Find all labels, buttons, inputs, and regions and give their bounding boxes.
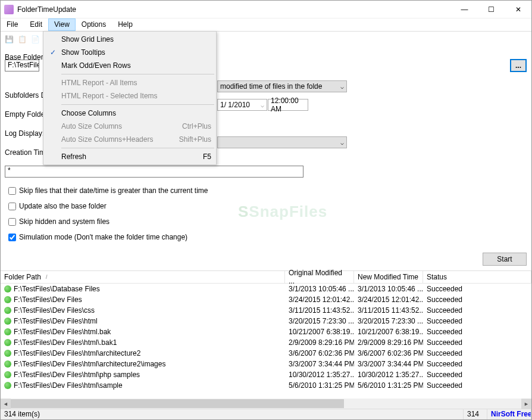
scroll-thumb[interactable]: [11, 399, 344, 408]
menu-separator: [61, 74, 214, 74]
watermark: SSnapFiles: [238, 203, 327, 221]
status-ok-icon: [4, 350, 11, 357]
cell-new: 3/6/2007 6:02:36 PM: [354, 349, 423, 357]
list-row[interactable]: F:\TestFiles\Dev Files\html3/20/2015 7:2…: [1, 316, 531, 326]
cell-original: 5/6/2010 1:31:25 PM: [285, 381, 354, 390]
cell-path: F:\TestFiles\Dev Files\html\sample: [1, 381, 285, 390]
menu-view[interactable]: View: [48, 18, 76, 31]
status-ok-icon: [4, 328, 11, 335]
list-row[interactable]: F:\TestFiles\Dev Files\html\architecture…: [1, 348, 531, 359]
app-icon: [4, 5, 14, 14]
header-folder-path[interactable]: Folder Path/: [1, 271, 285, 283]
skip-future-checkbox[interactable]: [8, 187, 16, 195]
cell-status: Succeeded: [423, 338, 531, 347]
menubar: File Edit View Options Help: [1, 18, 531, 32]
status-ok-icon: [4, 285, 11, 293]
skip-hidden-checkbox[interactable]: [8, 218, 16, 226]
scroll-left-icon[interactable]: ◄: [1, 399, 11, 409]
cell-new: 2/9/2009 8:29:16 PM: [354, 338, 423, 347]
statusbar: 314 item(s) 314 NirSoft Freeware. http: [1, 409, 531, 419]
set-time-combo[interactable]: modified time of files in the folde: [217, 80, 347, 92]
horizontal-scrollbar[interactable]: ◄ ►: [1, 399, 531, 409]
cell-path: F:\TestFiles\Dev Files\html\architecture…: [1, 349, 285, 357]
list-row[interactable]: F:\TestFiles\Database Files3/1/2013 10:0…: [1, 284, 531, 294]
menu-help[interactable]: Help: [112, 18, 139, 31]
list-row[interactable]: F:\TestFiles\Dev Files\html\.bak12/9/200…: [1, 337, 531, 348]
maximize-button[interactable]: ☐: [478, 1, 505, 18]
header-new-modified[interactable]: New Modified Time: [354, 271, 423, 283]
cell-original: 3/24/2015 12:01:42...: [285, 295, 354, 304]
cell-status: Succeeded: [423, 360, 531, 368]
base-folder-input[interactable]: F:\TestFiles: [5, 60, 39, 71]
cell-original: 3/20/2015 7:23:30 ...: [285, 317, 354, 325]
list-row[interactable]: F:\TestFiles\Dev Files\html\sample5/6/20…: [1, 380, 531, 391]
menu-edit[interactable]: Edit: [24, 18, 48, 31]
menu-html-report-selected[interactable]: HTML Report - Selected Items: [45, 89, 215, 102]
cell-original: 10/21/2007 6:38:19...: [285, 328, 354, 336]
cell-original: 3/1/2013 10:05:46 ...: [285, 285, 354, 293]
log-display-label: Log Display:: [5, 129, 44, 138]
cell-status: Succeeded: [423, 328, 531, 336]
menu-show-tooltips[interactable]: ✓Show Tooltips: [45, 46, 215, 59]
menu-refresh[interactable]: RefreshF5: [45, 150, 215, 163]
cell-new: 3/20/2015 7:23:30 ...: [354, 317, 423, 325]
status-item-count: 314 item(s): [1, 409, 464, 419]
cell-status: Succeeded: [423, 371, 531, 379]
skip-hidden-label: Skip hidden and system files: [19, 217, 109, 226]
save-icon[interactable]: 💾: [3, 33, 15, 45]
empty-folders-label: Empty Folder: [5, 110, 47, 119]
update-base-checkbox[interactable]: [8, 203, 16, 210]
copy-icon[interactable]: 📋: [16, 33, 28, 45]
menu-options[interactable]: Options: [76, 18, 112, 31]
cell-new: 3/11/2015 11:43:52...: [354, 306, 423, 315]
browse-button[interactable]: ...: [510, 59, 527, 72]
sort-indicator-icon: /: [46, 274, 48, 280]
properties-icon[interactable]: 📄: [29, 33, 41, 45]
time-input[interactable]: 12:00:00 AM: [268, 99, 308, 111]
cell-path: F:\TestFiles\Dev Files\html.bak: [1, 328, 285, 336]
scroll-right-icon[interactable]: ►: [521, 399, 531, 409]
cell-status: Succeeded: [423, 285, 531, 293]
cell-status: Succeeded: [423, 381, 531, 390]
cell-status: Succeeded: [423, 295, 531, 304]
start-button[interactable]: Start: [483, 253, 527, 266]
cell-new: 10/30/2012 1:35:27...: [354, 371, 423, 379]
list-row[interactable]: F:\TestFiles\Dev Files\css3/11/2015 11:4…: [1, 305, 531, 316]
menu-html-report-all[interactable]: HTML Report - All Items: [45, 76, 215, 89]
status-link[interactable]: NirSoft Freeware. http: [487, 409, 531, 419]
creation-time-combo[interactable]: [217, 136, 347, 148]
cell-status: Succeeded: [423, 349, 531, 357]
menu-auto-size-headers[interactable]: Auto Size Columns+HeadersShift+Plus: [45, 133, 215, 146]
list-row[interactable]: F:\TestFiles\Dev Files3/24/2015 12:01:42…: [1, 294, 531, 305]
list-row[interactable]: F:\TestFiles\Dev Files\html\architecture…: [1, 359, 531, 369]
list-row[interactable]: F:\TestFiles\Dev Files\html\php samples1…: [1, 369, 531, 380]
menu-auto-size-columns[interactable]: Auto Size ColumnsCtrl+Plus: [45, 120, 215, 133]
list-body[interactable]: F:\TestFiles\Database Files3/1/2013 10:0…: [1, 284, 531, 399]
date-input[interactable]: 1/ 1/2010: [217, 99, 267, 111]
close-button[interactable]: ✕: [505, 1, 531, 18]
view-dropdown: Show Grid Lines ✓Show Tooltips Mark Odd/…: [43, 31, 217, 165]
wildcard-input[interactable]: *: [5, 166, 303, 178]
menu-file[interactable]: File: [1, 18, 24, 31]
cell-original: 10/30/2012 1:35:27...: [285, 371, 354, 379]
subfolders-label: Subfolders D: [5, 91, 46, 99]
cell-status: Succeeded: [423, 317, 531, 325]
list-row[interactable]: F:\TestFiles\Dev Files\html.bak10/21/200…: [1, 326, 531, 337]
check-icon: ✓: [48, 48, 58, 57]
cell-original: 3/6/2007 6:02:36 PM: [285, 349, 354, 357]
menu-choose-columns[interactable]: Choose Columns: [45, 107, 215, 120]
cell-new: 10/21/2007 6:38:19...: [354, 328, 423, 336]
status-number: 314: [464, 409, 487, 419]
menu-show-grid-lines[interactable]: Show Grid Lines: [45, 33, 215, 46]
cell-path: F:\TestFiles\Dev Files\html\php samples: [1, 371, 285, 379]
menu-mark-odd-even[interactable]: Mark Odd/Even Rows: [45, 59, 215, 72]
minimize-button[interactable]: —: [451, 1, 478, 18]
header-original-modified[interactable]: Original Modified ...: [285, 271, 354, 283]
cell-path: F:\TestFiles\Database Files: [1, 285, 285, 293]
cell-path: F:\TestFiles\Dev Files\html\.bak1: [1, 338, 285, 347]
cell-new: 3/1/2013 10:05:46 ...: [354, 285, 423, 293]
simulation-checkbox[interactable]: [8, 234, 16, 241]
cell-original: 2/9/2009 8:29:16 PM: [285, 338, 354, 347]
list-header: Folder Path/ Original Modified ... New M…: [1, 270, 531, 284]
header-status[interactable]: Status: [423, 271, 531, 283]
